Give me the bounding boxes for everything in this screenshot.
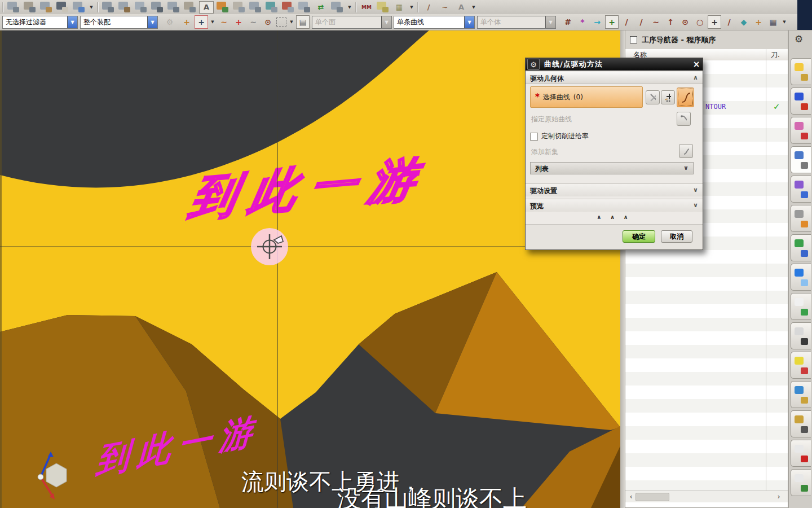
cam-icon-1[interactable] [7, 2, 20, 13]
rect-select-icon[interactable] [276, 17, 286, 27]
cam-icon-9[interactable] [151, 2, 164, 13]
operation-navigator-tab[interactable] [791, 146, 811, 173]
cam-icon-16[interactable] [298, 2, 311, 13]
cam-icon-7[interactable] [118, 2, 131, 13]
chevron-down-icon[interactable]: ▼ [545, 16, 555, 28]
cam-icon-10[interactable] [167, 2, 180, 13]
cam-icon-8[interactable] [134, 2, 148, 13]
operation-name[interactable]: NTOUR [705, 103, 726, 111]
spline-curve-button[interactable] [677, 87, 694, 107]
scroll-right-icon[interactable]: › [774, 492, 783, 501]
toolbar-grip[interactable] [2, 2, 4, 12]
dialog-gear-icon[interactable]: ⚙ [527, 59, 540, 70]
snap-arrow-icon[interactable]: → [591, 16, 603, 28]
chevron-down-icon[interactable]: ▼ [147, 16, 157, 28]
hook-icon[interactable]: ~ [247, 16, 259, 28]
cam-icon-5[interactable] [72, 2, 86, 13]
gears-disabled-icon[interactable]: ⚙ [164, 16, 176, 28]
snap-vertex-icon[interactable]: ↑ [664, 16, 677, 28]
grid-plane-icon[interactable] [376, 2, 390, 13]
list-expander[interactable]: 列表 ∨ [530, 162, 694, 174]
add-new-set-button[interactable] [679, 144, 693, 158]
circle-center-icon[interactable]: ⊙ [262, 16, 274, 28]
panel-hscrollbar[interactable]: ‹ › [625, 491, 788, 502]
deselect-curve-button[interactable] [646, 90, 660, 104]
units-mm-icon[interactable]: MM [360, 2, 373, 13]
snap-circle-center-icon[interactable]: ⊙ [679, 16, 691, 28]
history-clock-tab[interactable] [791, 322, 811, 349]
cam-icon-11[interactable] [183, 2, 197, 13]
snap-point-plus-icon[interactable]: + [752, 16, 765, 28]
cam-icon-6[interactable] [102, 2, 115, 13]
line-icon[interactable]: / [422, 2, 435, 13]
custom-feedrate-row[interactable]: 定制切削进给率 [530, 132, 589, 141]
annotation-text-icon[interactable]: A [454, 2, 468, 13]
snap-curve-icon[interactable]: ~ [650, 16, 662, 28]
pen-notes-tab[interactable] [791, 410, 811, 437]
dropdown-caret-icon[interactable]: ▼ [289, 16, 294, 28]
cam-icon-2[interactable] [23, 2, 37, 13]
cam-icon-3[interactable] [39, 2, 53, 13]
snap-face-icon[interactable]: ◆ [738, 16, 750, 28]
dialog-collapse-strip[interactable]: ∧ ∧ ∧ [526, 214, 703, 220]
original-curve-button[interactable] [677, 112, 691, 126]
arc-icon[interactable]: ~ [438, 2, 452, 13]
chevron-down-icon[interactable]: ▼ [464, 16, 474, 28]
face-rule-combo[interactable]: 单个面 ▼ [312, 16, 392, 29]
custom-feedrate-checkbox[interactable] [530, 133, 538, 141]
snap-line-icon[interactable]: / [723, 16, 735, 28]
cam-icon-15[interactable] [281, 2, 295, 13]
constraint-navigator-tab[interactable] [791, 87, 811, 115]
cam-icon-14[interactable] [265, 2, 279, 13]
internet-tab[interactable] [791, 264, 811, 291]
window-list-tab[interactable] [791, 469, 811, 496]
close-icon[interactable]: × [690, 59, 703, 69]
shaded-cube-icon[interactable]: ▤ [297, 16, 309, 28]
reuse-library-tab[interactable] [791, 176, 811, 203]
cam-icon-17[interactable] [330, 2, 344, 13]
chevron-down-icon[interactable]: ▼ [67, 16, 77, 28]
swap-arrows-icon[interactable]: ⇄ [314, 2, 328, 13]
gear-icon[interactable]: ⚙ [795, 33, 803, 45]
separator[interactable] [417, 2, 419, 12]
body-rule-combo[interactable]: 单个体 ▼ [477, 16, 556, 29]
point-target-icon[interactable]: + [232, 16, 245, 28]
sketch-pencil-icon[interactable] [216, 2, 230, 13]
scroll-left-icon[interactable]: ‹ [626, 492, 636, 501]
grid-table-icon[interactable]: ▦ [767, 16, 779, 28]
dropdown-caret-icon[interactable]: ▼ [210, 16, 215, 28]
snap-intersection-icon[interactable]: + [708, 16, 721, 28]
text-tool-icon[interactable]: A [200, 2, 213, 13]
ok-button[interactable]: 确定 [623, 230, 655, 243]
system-scene-tab[interactable] [791, 381, 811, 408]
snap-toggle-icon[interactable]: + [195, 16, 208, 28]
cam-icon-4[interactable] [56, 2, 69, 13]
grid-icon[interactable]: ▦ [392, 2, 406, 13]
separator[interactable] [97, 2, 99, 12]
selection-filter-combo[interactable]: 无选择过滤器 ▼ [2, 16, 78, 29]
drive-settings-section[interactable]: 驱动设置 ∨ [526, 183, 703, 196]
dropdown-caret-icon[interactable]: ▼ [782, 16, 787, 28]
selection-scope-combo[interactable]: 整个装配 ▼ [80, 16, 158, 29]
cam-icon-13[interactable] [249, 2, 262, 13]
history-document-tab[interactable] [791, 293, 811, 320]
snap-point-move-icon[interactable]: + [606, 16, 618, 28]
preview-section[interactable]: 预览 ∨ [526, 199, 703, 212]
dropdown-caret-icon[interactable]: ▼ [471, 2, 476, 13]
select-curve-field[interactable]: * 选择曲线 (0) [530, 86, 643, 108]
rotate-handle-icon[interactable]: ~ [218, 16, 230, 28]
dialog-titlebar[interactable]: ⚙ 曲线/点驱动方法 × [526, 58, 703, 71]
library-books-tab[interactable] [791, 234, 811, 261]
snap-multipoint-icon[interactable]: * [576, 16, 589, 28]
cancel-button[interactable]: 取消 [661, 230, 692, 243]
snap-line-end-icon[interactable]: / [620, 16, 633, 28]
snap-circle-icon[interactable]: ○ [694, 16, 706, 28]
machine-tool-navigator-tab[interactable] [791, 205, 811, 232]
move-handle-icon[interactable]: + [180, 16, 193, 28]
curve-rule-combo[interactable]: 单条曲线 ▼ [394, 16, 475, 29]
window-red-tab[interactable] [791, 440, 811, 467]
column-toolpath[interactable]: 刀. [771, 50, 780, 60]
roles-palette-tab[interactable] [791, 352, 811, 379]
snap-endpoint-icon[interactable]: # [562, 16, 574, 28]
chevron-up-icon[interactable]: ∧ [693, 74, 698, 81]
